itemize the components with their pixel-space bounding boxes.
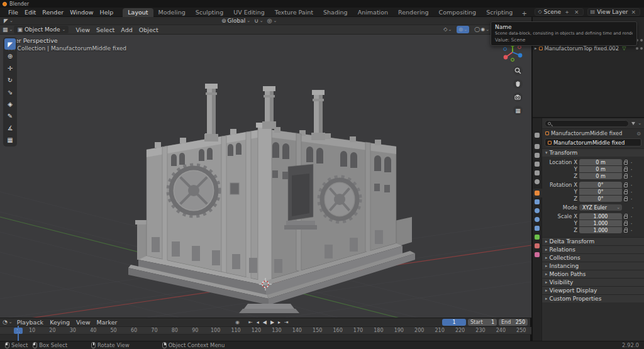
timeline-ruler[interactable]: 1020304050607080901001101201301401501601…: [0, 327, 531, 335]
panel-header-viewport-display[interactable]: Viewport Display: [542, 286, 644, 294]
properties-tab-constraints[interactable]: [533, 224, 542, 233]
properties-tab-output[interactable]: [533, 151, 542, 160]
shading-mode-group[interactable]: ◯ ◉ ⌄: [472, 26, 491, 33]
panel-header-collections[interactable]: Collections: [542, 253, 644, 262]
tool-rotate[interactable]: ↻: [4, 74, 16, 86]
prev-keyframe-button[interactable]: ◂: [255, 319, 260, 325]
view-layer-selector[interactable]: ▤ View Layer ×: [587, 8, 640, 16]
tool-scale[interactable]: ⇘: [4, 86, 16, 97]
viewport-menu-select[interactable]: Select: [93, 26, 118, 33]
timeline-menu-view[interactable]: View: [73, 319, 94, 326]
properties-tab-physics[interactable]: [533, 215, 542, 224]
editor-type-button[interactable]: ▦: [3, 27, 8, 33]
lock-icon[interactable]: [624, 169, 628, 172]
transform-z-field[interactable]: 0 m: [579, 173, 622, 179]
gizmo-dropdown[interactable]: ◇ ⌄: [441, 26, 453, 33]
workspace-tab-layout[interactable]: Layout: [123, 8, 153, 17]
transform-y-field[interactable]: 0°: [579, 189, 622, 195]
tool-add-cube[interactable]: ▦: [4, 134, 16, 145]
transform-y-field[interactable]: 0 m: [579, 166, 622, 172]
menu-help[interactable]: Help: [97, 9, 117, 16]
menu-window[interactable]: Window: [67, 9, 96, 16]
menu-edit[interactable]: Edit: [21, 9, 39, 16]
transform-rotation-x-field[interactable]: 0°: [579, 182, 622, 188]
workspace-tab-texture-paint[interactable]: Texture Paint: [270, 8, 318, 17]
transform-z-field[interactable]: 1.000: [579, 227, 622, 233]
viewport-canvas[interactable]: User Perspective (1) Collection | Manufa…: [0, 35, 531, 318]
workspace-tab-animation[interactable]: Animation: [353, 8, 393, 17]
panel-header-motion-paths[interactable]: Motion Paths: [542, 270, 644, 278]
properties-tab-scene[interactable]: [533, 169, 542, 177]
transform-z-field[interactable]: 0°: [579, 196, 622, 202]
tool-transform[interactable]: ◈: [4, 98, 16, 109]
tool-select-box[interactable]: ◤: [4, 38, 16, 50]
timeline-menu-playback[interactable]: Playback: [14, 319, 47, 326]
scene-selector[interactable]: ◇ Scene ＋ ×: [535, 8, 583, 16]
animate-decorator[interactable]: ·: [630, 220, 633, 227]
properties-tab-view-layer[interactable]: [533, 160, 542, 169]
animate-decorator[interactable]: ·: [630, 213, 633, 220]
viewport-menu-add[interactable]: Add: [118, 26, 135, 33]
next-keyframe-button[interactable]: ▸: [277, 319, 282, 325]
lock-icon[interactable]: [624, 230, 628, 233]
animate-decorator[interactable]: ·: [630, 173, 633, 180]
hide-viewport-toggle[interactable]: [636, 47, 638, 50]
jump-to-end-button[interactable]: ⇥: [283, 319, 290, 325]
unlink-scene-button[interactable]: ×: [573, 9, 580, 15]
properties-tab-render[interactable]: [533, 142, 542, 151]
tool-measure[interactable]: ∡: [4, 122, 16, 133]
frame-start-field[interactable]: Start 1: [468, 319, 497, 326]
snapping-toggle[interactable]: ∪ ⌄: [254, 18, 263, 24]
pan-hand-button[interactable]: [513, 79, 523, 89]
object-name-field[interactable]: ManufactorumMiddle fixed: [545, 138, 641, 147]
workspace-tab-uv-editing[interactable]: UV Editing: [228, 8, 270, 17]
toggle-perspective-button[interactable]: ▦: [513, 106, 523, 115]
panel-header-relations[interactable]: Relations: [542, 245, 644, 253]
lock-icon[interactable]: [624, 198, 628, 201]
jump-to-start-button[interactable]: ⇤: [247, 319, 254, 325]
expand-arrow-icon[interactable]: ▸: [535, 46, 537, 51]
lock-icon[interactable]: [624, 216, 628, 219]
panel-header-instancing[interactable]: Instancing: [542, 262, 644, 270]
lock-icon[interactable]: [624, 223, 628, 226]
hide-render-toggle[interactable]: [640, 47, 643, 50]
animate-decorator[interactable]: ·: [630, 227, 633, 234]
workspace-tab-sculpting[interactable]: Sculpting: [191, 8, 228, 17]
lock-icon[interactable]: [624, 191, 628, 194]
workspace-tab-compositing[interactable]: Compositing: [434, 8, 482, 17]
search-input[interactable]: [545, 120, 629, 127]
lock-icon[interactable]: [624, 162, 628, 165]
workspace-tab-rendering[interactable]: Rendering: [393, 8, 434, 17]
zoom-button[interactable]: [513, 66, 523, 75]
panel-header-custom-properties[interactable]: Custom Properties: [542, 294, 644, 302]
animate-decorator[interactable]: ·: [630, 196, 633, 202]
lock-icon[interactable]: [624, 184, 628, 187]
animate-decorator[interactable]: ·: [630, 159, 633, 166]
menu-file[interactable]: File: [5, 9, 21, 16]
new-scene-button[interactable]: ＋: [563, 8, 571, 16]
properties-tab-object[interactable]: [533, 189, 542, 197]
panel-header-visibility[interactable]: Visibility: [542, 278, 644, 286]
workspace-tab-shading[interactable]: Shading: [318, 8, 353, 17]
tool-move[interactable]: ✛: [4, 62, 16, 74]
timeline-menu-keying[interactable]: Keying: [47, 319, 73, 326]
transform-mode-field[interactable]: XYZ Euler⌄: [579, 204, 622, 211]
workspace-tab-scripting[interactable]: Scripting: [481, 8, 518, 17]
tool-cursor[interactable]: ⊕: [4, 50, 16, 62]
remove-view-layer-button[interactable]: ×: [630, 9, 637, 15]
play-reverse-button[interactable]: ◀: [262, 319, 268, 325]
camera-view-button[interactable]: [513, 92, 523, 102]
transform-scale-x-field[interactable]: 1.000: [579, 213, 622, 219]
transform-orientation-dropdown[interactable]: ⊚ Global ⌄: [221, 18, 250, 24]
properties-tab-material[interactable]: [533, 241, 542, 250]
animate-decorator[interactable]: ·: [631, 204, 635, 211]
pin-icon[interactable]: ⊙: [636, 131, 641, 136]
current-frame-field[interactable]: 1: [442, 319, 466, 326]
properties-tab-modifiers[interactable]: [533, 197, 542, 206]
tool-annotate[interactable]: ✎: [4, 110, 16, 121]
panel-header-transform[interactable]: Transform: [542, 148, 644, 157]
transform-location-x-field[interactable]: 0 m: [579, 159, 622, 165]
frame-end-field[interactable]: End 250: [499, 319, 528, 326]
timeline-editor-type-button[interactable]: ◔: [3, 319, 8, 325]
properties-tab-world[interactable]: [533, 177, 542, 186]
